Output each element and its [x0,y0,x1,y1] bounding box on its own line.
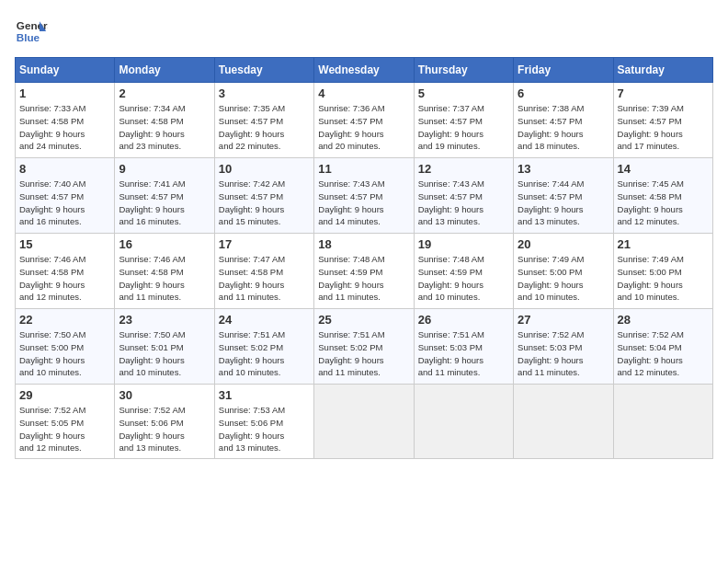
logo: General Blue [15,15,48,48]
day-info: Sunrise: 7:50 AMSunset: 5:01 PMDaylight:… [119,328,210,379]
day-info: Sunrise: 7:49 AMSunset: 5:00 PMDaylight:… [618,253,709,304]
day-info: Sunrise: 7:52 AMSunset: 5:03 PMDaylight:… [518,328,609,379]
day-number: 17 [219,237,310,251]
day-cell-23: 23Sunrise: 7:50 AMSunset: 5:01 PMDayligh… [115,309,214,385]
day-info: Sunrise: 7:43 AMSunset: 4:57 PMDaylight:… [418,178,509,228]
day-cell-12: 12Sunrise: 7:43 AMSunset: 4:57 PMDayligh… [414,158,513,234]
day-cell-13: 13Sunrise: 7:44 AMSunset: 4:57 PMDayligh… [514,158,613,234]
day-cell-31: 31Sunrise: 7:53 AMSunset: 5:06 PMDayligh… [214,385,313,459]
day-cell-9: 9Sunrise: 7:41 AMSunset: 4:57 PMDaylight… [115,158,214,234]
calendar-week-row: 15Sunrise: 7:46 AMSunset: 4:58 PMDayligh… [16,234,713,309]
day-info: Sunrise: 7:43 AMSunset: 4:57 PMDaylight:… [318,178,409,228]
day-cell-30: 30Sunrise: 7:52 AMSunset: 5:06 PMDayligh… [115,385,214,459]
day-cell-21: 21Sunrise: 7:49 AMSunset: 5:00 PMDayligh… [613,234,712,309]
day-number: 12 [418,162,509,176]
col-tuesday: Tuesday [214,58,313,83]
day-number: 8 [19,162,110,176]
col-saturday: Saturday [613,58,712,83]
day-cell-11: 11Sunrise: 7:43 AMSunset: 4:57 PMDayligh… [314,158,414,234]
day-cell-7: 7Sunrise: 7:39 AMSunset: 4:57 PMDaylight… [613,83,712,158]
day-info: Sunrise: 7:52 AMSunset: 5:04 PMDaylight:… [618,328,709,379]
day-cell-2: 2Sunrise: 7:34 AMSunset: 4:58 PMDaylight… [115,83,214,158]
empty-cell [613,385,712,459]
day-info: Sunrise: 7:40 AMSunset: 4:57 PMDaylight:… [19,178,110,228]
day-cell-25: 25Sunrise: 7:51 AMSunset: 5:02 PMDayligh… [314,309,414,385]
day-info: Sunrise: 7:51 AMSunset: 5:02 PMDaylight:… [318,328,409,379]
day-cell-17: 17Sunrise: 7:47 AMSunset: 4:58 PMDayligh… [214,234,313,309]
day-info: Sunrise: 7:52 AMSunset: 5:05 PMDaylight:… [19,404,110,454]
col-monday: Monday [115,58,214,83]
day-cell-10: 10Sunrise: 7:42 AMSunset: 4:57 PMDayligh… [214,158,313,234]
day-info: Sunrise: 7:46 AMSunset: 4:58 PMDaylight:… [19,253,110,304]
col-sunday: Sunday [16,58,115,83]
day-info: Sunrise: 7:48 AMSunset: 4:59 PMDaylight:… [418,253,509,304]
day-number: 23 [119,313,210,327]
day-info: Sunrise: 7:33 AMSunset: 4:58 PMDaylight:… [19,102,110,153]
day-cell-22: 22Sunrise: 7:50 AMSunset: 5:00 PMDayligh… [16,309,115,385]
day-number: 3 [219,86,310,100]
day-info: Sunrise: 7:45 AMSunset: 4:58 PMDaylight:… [618,178,709,228]
day-number: 10 [219,162,310,176]
day-info: Sunrise: 7:51 AMSunset: 5:03 PMDaylight:… [418,328,509,379]
day-info: Sunrise: 7:50 AMSunset: 5:00 PMDaylight:… [19,328,110,379]
day-info: Sunrise: 7:41 AMSunset: 4:57 PMDaylight:… [119,178,210,228]
day-number: 18 [318,237,409,251]
day-cell-27: 27Sunrise: 7:52 AMSunset: 5:03 PMDayligh… [514,309,613,385]
day-number: 11 [318,162,409,176]
day-info: Sunrise: 7:36 AMSunset: 4:57 PMDaylight:… [318,102,409,153]
empty-cell [414,385,513,459]
day-cell-6: 6Sunrise: 7:38 AMSunset: 4:57 PMDaylight… [514,83,613,158]
day-number: 14 [618,162,709,176]
day-number: 13 [518,162,609,176]
day-info: Sunrise: 7:44 AMSunset: 4:57 PMDaylight:… [518,178,609,228]
day-number: 7 [618,86,709,100]
day-number: 2 [119,86,210,100]
day-number: 19 [418,237,509,251]
logo-icon: General Blue [15,15,48,48]
day-number: 29 [19,388,110,402]
day-number: 28 [618,313,709,327]
page-header: General Blue [15,15,713,48]
day-number: 22 [19,313,110,327]
day-info: Sunrise: 7:39 AMSunset: 4:57 PMDaylight:… [618,102,709,153]
day-cell-16: 16Sunrise: 7:46 AMSunset: 4:58 PMDayligh… [115,234,214,309]
day-number: 6 [518,86,609,100]
day-cell-3: 3Sunrise: 7:35 AMSunset: 4:57 PMDaylight… [214,83,313,158]
day-info: Sunrise: 7:52 AMSunset: 5:06 PMDaylight:… [119,404,210,454]
day-number: 1 [19,86,110,100]
calendar-table: Sunday Monday Tuesday Wednesday Thursday… [15,57,713,459]
day-cell-19: 19Sunrise: 7:48 AMSunset: 4:59 PMDayligh… [414,234,513,309]
empty-cell [314,385,414,459]
day-cell-14: 14Sunrise: 7:45 AMSunset: 4:58 PMDayligh… [613,158,712,234]
day-cell-4: 4Sunrise: 7:36 AMSunset: 4:57 PMDaylight… [314,83,414,158]
day-number: 27 [518,313,609,327]
calendar-week-row: 8Sunrise: 7:40 AMSunset: 4:57 PMDaylight… [16,158,713,234]
day-cell-28: 28Sunrise: 7:52 AMSunset: 5:04 PMDayligh… [613,309,712,385]
day-number: 15 [19,237,110,251]
day-info: Sunrise: 7:46 AMSunset: 4:58 PMDaylight:… [119,253,210,304]
day-number: 24 [219,313,310,327]
day-info: Sunrise: 7:48 AMSunset: 4:59 PMDaylight:… [318,253,409,304]
weekday-header-row: Sunday Monday Tuesday Wednesday Thursday… [16,58,713,83]
day-info: Sunrise: 7:47 AMSunset: 4:58 PMDaylight:… [219,253,310,304]
day-number: 4 [318,86,409,100]
day-cell-20: 20Sunrise: 7:49 AMSunset: 5:00 PMDayligh… [514,234,613,309]
day-cell-24: 24Sunrise: 7:51 AMSunset: 5:02 PMDayligh… [214,309,313,385]
day-cell-18: 18Sunrise: 7:48 AMSunset: 4:59 PMDayligh… [314,234,414,309]
day-info: Sunrise: 7:42 AMSunset: 4:57 PMDaylight:… [219,178,310,228]
col-thursday: Thursday [414,58,513,83]
day-cell-26: 26Sunrise: 7:51 AMSunset: 5:03 PMDayligh… [414,309,513,385]
day-number: 25 [318,313,409,327]
day-number: 20 [518,237,609,251]
col-wednesday: Wednesday [314,58,414,83]
day-cell-5: 5Sunrise: 7:37 AMSunset: 4:57 PMDaylight… [414,83,513,158]
day-cell-1: 1Sunrise: 7:33 AMSunset: 4:58 PMDaylight… [16,83,115,158]
day-info: Sunrise: 7:38 AMSunset: 4:57 PMDaylight:… [518,102,609,153]
day-number: 30 [119,388,210,402]
day-number: 21 [618,237,709,251]
calendar-week-row: 1Sunrise: 7:33 AMSunset: 4:58 PMDaylight… [16,83,713,158]
day-cell-29: 29Sunrise: 7:52 AMSunset: 5:05 PMDayligh… [16,385,115,459]
calendar-week-row: 22Sunrise: 7:50 AMSunset: 5:00 PMDayligh… [16,309,713,385]
calendar-week-row: 29Sunrise: 7:52 AMSunset: 5:05 PMDayligh… [16,385,713,459]
day-info: Sunrise: 7:53 AMSunset: 5:06 PMDaylight:… [219,404,310,454]
